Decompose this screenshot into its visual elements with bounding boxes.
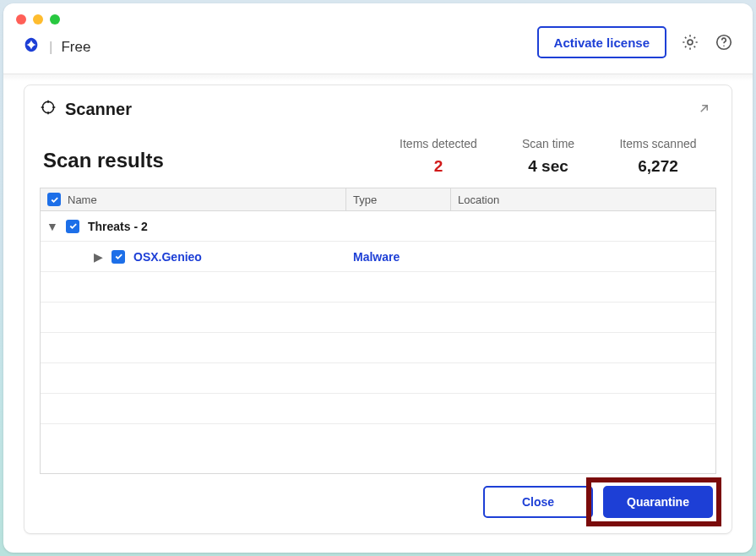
- results-table: Name Type Location ▼: [40, 188, 716, 474]
- close-button[interactable]: Close: [483, 486, 593, 518]
- app-header: | Free Activate license: [3, 3, 753, 74]
- tier-label: Free: [61, 39, 90, 56]
- app-window: | Free Activate license: [3, 3, 753, 553]
- panel-actions: Close Quarantine: [24, 474, 732, 518]
- panel-wrapper: Scanner Scan results Items detected 2 Sc…: [3, 81, 753, 553]
- stat-time: Scan time 4 sec: [493, 137, 603, 176]
- stat-scanned-label: Items scanned: [603, 137, 713, 150]
- table-body: ▼ Threats - 2 ▶: [41, 211, 715, 473]
- col-type[interactable]: Type: [346, 188, 451, 210]
- col-type-label: Type: [353, 194, 377, 206]
- svg-point-2: [723, 45, 725, 46]
- header-actions: Activate license: [537, 26, 734, 58]
- table-row: [41, 272, 715, 303]
- stat-detected-value: 2: [383, 157, 493, 176]
- stat-detected-label: Items detected: [383, 137, 493, 150]
- stat-detected: Items detected 2: [383, 137, 493, 176]
- window-zoom-button[interactable]: [50, 14, 60, 25]
- quarantine-button[interactable]: Quarantine: [603, 486, 713, 518]
- help-icon[interactable]: [714, 32, 734, 52]
- scanner-panel: Scanner Scan results Items detected 2 Sc…: [24, 84, 732, 534]
- stat-scanned: Items scanned 6,272: [603, 137, 713, 176]
- activate-license-button[interactable]: Activate license: [537, 26, 666, 58]
- stat-scanned-value: 6,272: [603, 157, 713, 176]
- brand-logo-icon: [22, 35, 41, 58]
- stat-time-label: Scan time: [493, 137, 603, 150]
- chevron-right-icon[interactable]: ▶: [93, 250, 103, 264]
- brand-block: | Free: [22, 35, 90, 58]
- panel-title: Scanner: [65, 100, 132, 119]
- table-row: [41, 303, 715, 333]
- table-row: [41, 333, 715, 363]
- settings-icon[interactable]: [680, 32, 700, 52]
- threat-row[interactable]: ▶ OSX.Genieo Malware: [41, 242, 715, 272]
- group-row-threats[interactable]: ▼ Threats - 2: [41, 211, 715, 242]
- threat-type: Malware: [346, 250, 451, 264]
- window-controls: [16, 14, 60, 25]
- results-summary: Scan results Items detected 2 Scan time …: [24, 130, 732, 188]
- divider-shadow: [3, 74, 753, 81]
- col-location-label: Location: [458, 194, 499, 206]
- threat-checkbox[interactable]: [111, 250, 125, 264]
- window-minimize-button[interactable]: [33, 14, 43, 25]
- select-all-checkbox[interactable]: [47, 193, 61, 206]
- stat-time-value: 4 sec: [493, 157, 603, 176]
- table-row: [41, 363, 715, 394]
- window-close-button[interactable]: [16, 14, 26, 25]
- group-checkbox[interactable]: [66, 220, 79, 233]
- brand-separator: |: [49, 39, 52, 56]
- svg-point-3: [42, 101, 53, 112]
- svg-point-0: [688, 40, 693, 45]
- results-title: Scan results: [43, 137, 383, 172]
- group-label: Threats - 2: [88, 220, 148, 233]
- chevron-down-icon[interactable]: ▼: [47, 220, 57, 233]
- col-name[interactable]: Name: [41, 188, 346, 210]
- table-row: [41, 424, 715, 455]
- col-name-label: Name: [68, 194, 97, 206]
- table-row: [41, 394, 715, 424]
- threat-name: OSX.Genieo: [133, 250, 202, 264]
- panel-header: Scanner: [24, 99, 732, 130]
- scanner-icon: [40, 99, 57, 120]
- collapse-panel-icon[interactable]: [698, 100, 713, 119]
- table-header: Name Type Location: [41, 188, 715, 211]
- col-location[interactable]: Location: [451, 188, 715, 210]
